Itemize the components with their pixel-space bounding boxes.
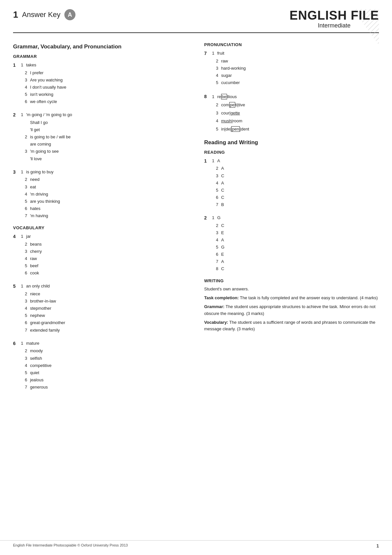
q3-sub7-answer: 'm having — [30, 212, 48, 219]
vocabulary-criteria-label: Vocabulary: — [204, 320, 228, 325]
grammar-criteria-text: The student uses appropriate structures … — [204, 304, 375, 316]
reading-writing-section: Reading and Writing READING 1 1 A 2 A — [204, 139, 379, 333]
q4-sub1-answer: jar — [26, 233, 31, 241]
reading-writing-title: Reading and Writing — [204, 139, 379, 146]
writing-task-completion: Task completion: The task is fully compl… — [204, 295, 379, 302]
q1-sub6-num: 6 — [25, 98, 30, 105]
q4-num: 4 — [13, 233, 20, 241]
writing-student-answers: Student's own answers. — [204, 286, 379, 293]
grammar-label: GRAMMAR — [13, 54, 188, 59]
q5-sub4-answer: stepmother — [30, 305, 51, 312]
q6-sub6-answer: jealous — [30, 376, 43, 384]
rq1-sub1-answer: A — [217, 157, 220, 165]
writing-label: WRITING — [204, 278, 379, 283]
q5-sub6-answer: great-grandmother — [30, 319, 65, 326]
q2-sub1-answer: 'm going / 'm going to go — [26, 111, 72, 119]
q8-sub1-answer: rebellious — [217, 93, 237, 101]
q5-sub5-answer: nephew — [30, 312, 45, 319]
rq1-sub2-answer: A — [221, 165, 224, 172]
q1-sub5-answer: isn't working — [30, 91, 53, 98]
q3-sub4-answer: 'm driving — [30, 191, 48, 198]
q3-sub4-num: 4 — [25, 191, 30, 198]
footer-left: English File Intermediate Photocopiable … — [13, 543, 128, 548]
rq1-sub6-answer: C — [221, 194, 224, 201]
q1-num: 1 — [13, 61, 20, 69]
task-completion-label: Task completion: — [204, 295, 239, 300]
vocabulary-label: VOCABULARY — [13, 225, 188, 230]
q7-sub1-answer: fruit — [217, 50, 224, 58]
q8-sub5-answer: in|de|pen|dent — [221, 125, 249, 133]
rq2-sub1-answer: G — [217, 214, 220, 222]
q2-sub2a-answer: are coming — [30, 141, 51, 148]
vocab-q4: 4 1 jar 2 beans 3 cherry 4 raw — [13, 233, 188, 277]
q6-sub3-answer: selfish — [30, 355, 42, 362]
right-column: PRONUNCIATION 7 1 fruit 2 raw 3 hard- — [201, 42, 379, 397]
page-number-heading: 1 — [13, 9, 18, 20]
q5-num: 5 — [13, 283, 20, 290]
pron-q7: 7 1 fruit 2 raw 3 hard-working 4 sugar — [204, 50, 379, 86]
q6-sub7-answer: generous — [30, 384, 48, 391]
q4-sub4-answer: raw — [30, 255, 37, 262]
writing-vocabulary: Vocabulary: The student uses a sufficien… — [204, 319, 379, 333]
rq2-sub2-answer: C — [221, 222, 224, 229]
rq2-sub6-answer: E — [221, 251, 224, 258]
reading-q1: 1 1 A 2 A 3 C 4 — [204, 157, 379, 208]
q1-sub2-num: 2 — [25, 69, 30, 77]
rq1-num: 1 — [204, 157, 211, 165]
q1-sub4-num: 4 — [25, 84, 30, 91]
q7-sub2-answer: raw — [221, 58, 228, 65]
left-column: Grammar, Vocabulary, and Pronunciation G… — [13, 42, 201, 397]
rq1-sub5-answer: C — [221, 187, 224, 194]
q3-sub2-answer: need — [30, 176, 40, 183]
q6-sub4-answer: competitive — [30, 362, 52, 369]
q3-sub2-num: 2 — [25, 176, 30, 183]
rq2-sub7-answer: A — [221, 258, 224, 265]
vocabulary-criteria-text: The student uses a sufficient range of w… — [204, 320, 375, 332]
q1-sub3-answer: Are you watching — [30, 77, 63, 84]
left-section-title: Grammar, Vocabulary, and Pronunciation — [13, 43, 188, 50]
q2-sub2-answer: is going to be / will be — [30, 133, 71, 141]
header-left: 1 Answer Key A — [13, 9, 75, 20]
q1-sub6-answer: we often cycle — [30, 98, 57, 105]
q3-num: 3 — [13, 168, 20, 176]
footer-copyright: Photocopiable © Oxford University Press … — [53, 543, 128, 547]
q4-sub6-answer: cook — [30, 269, 39, 277]
q5-sub2-answer: niece — [30, 290, 40, 298]
q6-sub5-answer: quiet — [30, 369, 39, 376]
q2-num: 2 — [13, 111, 20, 119]
grammar-criteria-label: Grammar: — [204, 304, 224, 309]
rq2-sub5-answer: G — [221, 244, 224, 251]
grammar-q2: 2 1 'm going / 'm going to go Shall I go… — [13, 111, 188, 162]
writing-grammar: Grammar: The student uses appropriate st… — [204, 304, 379, 317]
q8-num: 8 — [204, 92, 211, 101]
q7-sub5-answer: cucumber — [221, 79, 240, 86]
vocabulary-section: VOCABULARY 4 1 jar 2 beans 3 cherry — [13, 225, 188, 391]
vocab-q6: 6 1 mature 2 moody 3 selfish 4 competi — [13, 340, 188, 391]
rq1-sub4-answer: A — [221, 180, 224, 187]
q1-sub1-num: 1 — [21, 61, 26, 69]
q1-sub1-answer: takes — [26, 61, 36, 69]
reading-q2: 2 1 G 2 C 3 E 4 — [204, 214, 379, 272]
q2-sub1-num: 1 — [21, 111, 26, 119]
q3-sub5-num: 5 — [25, 198, 30, 205]
brand-title: ENGLISH FILE — [289, 9, 379, 22]
page-title: Answer Key — [22, 10, 60, 19]
q5-sub1-answer: an only child — [26, 283, 50, 290]
q6-sub2-answer: moody — [30, 347, 43, 355]
page-footer: English File Intermediate Photocopiable … — [0, 540, 392, 548]
rq2-sub4-answer: A — [221, 236, 224, 244]
q2-sub3-num: 3 — [25, 148, 30, 155]
footer-page-number: 1 — [376, 543, 379, 548]
q5-sub7-answer: extended family — [30, 327, 60, 334]
q7-num: 7 — [204, 50, 211, 58]
q3-sub3-answer: eat — [30, 183, 36, 191]
header-right: ENGLISH FILE Intermediate — [289, 9, 379, 29]
q2-sub1b-answer: 'll get — [30, 126, 40, 133]
page-header: 1 Answer Key A ENGLISH FILE Intermediate — [0, 0, 392, 29]
q4-sub2-answer: beans — [30, 241, 41, 248]
rq1-sub3-answer: C — [221, 172, 224, 180]
writing-section: WRITING Student's own answers. Task comp… — [204, 278, 379, 333]
q2-sub3-answer: 'm going to see — [30, 148, 59, 155]
rq1-sub7-answer: B — [221, 201, 224, 208]
vocab-q5: 5 1 an only child 2 niece 3 brother-in-l… — [13, 283, 188, 334]
